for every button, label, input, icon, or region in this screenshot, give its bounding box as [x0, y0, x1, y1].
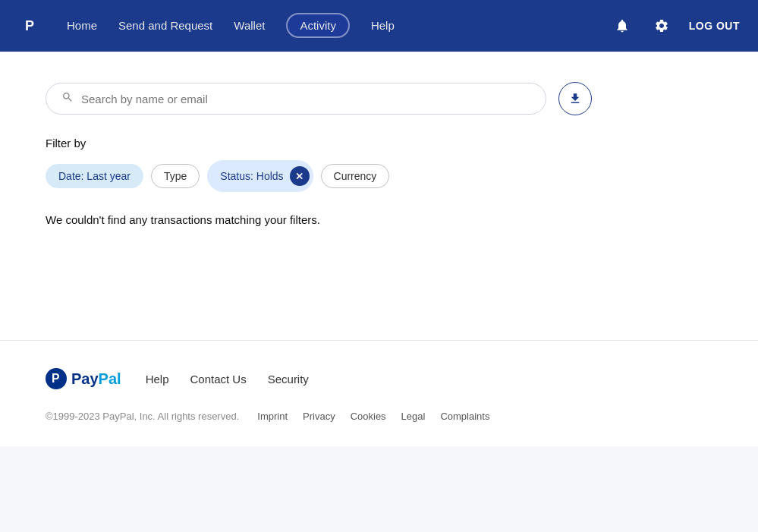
footer-link-help[interactable]: Help [146, 373, 169, 386]
bell-icon [615, 18, 630, 33]
footer-bottom: ©1999-2023 PayPal, Inc. All rights reser… [46, 411, 712, 422]
footer-legal-cookies[interactable]: Cookies [351, 411, 386, 422]
filter-chip-date[interactable]: Date: Last year [46, 164, 143, 188]
nav-item-wallet[interactable]: Wallet [234, 19, 265, 33]
footer-logo: P PayPal [46, 368, 121, 389]
filter-chip-status[interactable]: Status: Holds ✕ [207, 160, 313, 192]
nav-item-activity[interactable]: Activity [286, 19, 350, 33]
nav-link-home[interactable]: Home [67, 19, 97, 32]
search-input[interactable] [81, 93, 530, 105]
navbar-right: LOG OUT [610, 14, 740, 38]
filter-chip-status-close[interactable]: ✕ [290, 166, 310, 186]
notifications-button[interactable] [610, 14, 634, 38]
settings-button[interactable] [649, 14, 674, 38]
footer: P PayPal Help Contact Us Security ©1999-… [0, 341, 758, 446]
download-icon [568, 92, 582, 105]
footer-link-security[interactable]: Security [268, 373, 309, 386]
search-container [46, 82, 712, 115]
navbar-logo: P [18, 14, 42, 38]
filter-section: Filter by Date: Last year Type Status: H… [46, 137, 712, 192]
no-results-message: We couldn't find any transactions matchi… [46, 213, 712, 226]
filter-label: Filter by [46, 137, 712, 150]
footer-paypal-text: PayPal [71, 370, 121, 388]
nav-item-help[interactable]: Help [371, 19, 395, 33]
svg-text:P: P [52, 372, 60, 385]
nav-link-wallet[interactable]: Wallet [234, 19, 265, 32]
nav-links: Home Send and Request Wallet Activity He… [67, 19, 395, 33]
copyright-text: ©1999-2023 PayPal, Inc. All rights reser… [46, 411, 239, 422]
download-button[interactable] [558, 82, 592, 115]
nav-item-send-request[interactable]: Send and Request [118, 19, 212, 33]
nav-link-help[interactable]: Help [371, 19, 395, 32]
footer-legal-privacy[interactable]: Privacy [303, 411, 335, 422]
nav-link-send-request[interactable]: Send and Request [118, 19, 212, 32]
navbar: P Home Send and Request Wallet Activity … [0, 0, 758, 52]
filter-chip-type[interactable]: Type [151, 164, 200, 188]
footer-paypal-blue: Pay [71, 370, 99, 387]
search-icon [61, 91, 74, 106]
search-bar [46, 83, 546, 115]
footer-top: P PayPal Help Contact Us Security [46, 368, 712, 389]
navbar-left: P Home Send and Request Wallet Activity … [18, 14, 395, 38]
footer-link-contact[interactable]: Contact Us [190, 373, 246, 386]
footer-legal-links: Imprint Privacy Cookies Legal Complaints [257, 411, 489, 422]
paypal-logo-icon: P [18, 14, 42, 38]
footer-legal-imprint[interactable]: Imprint [257, 411, 288, 422]
logout-button[interactable]: LOG OUT [689, 20, 740, 32]
svg-text:P: P [25, 18, 34, 33]
filter-chip-status-label: Status: Holds [220, 170, 283, 182]
nav-link-activity[interactable]: Activity [286, 13, 350, 38]
footer-nav-links: Help Contact Us Security [146, 373, 309, 386]
footer-legal-legal[interactable]: Legal [401, 411, 426, 422]
filter-chips: Date: Last year Type Status: Holds ✕ Cur… [46, 160, 712, 192]
footer-paypal-light: Pal [99, 370, 121, 387]
filter-chip-currency[interactable]: Currency [321, 164, 390, 188]
footer-legal-complaints[interactable]: Complaints [440, 411, 489, 422]
nav-item-home[interactable]: Home [67, 19, 97, 33]
main-content: Filter by Date: Last year Type Status: H… [0, 52, 758, 340]
footer-logo-icon: P [46, 368, 67, 389]
gear-icon [654, 18, 669, 33]
